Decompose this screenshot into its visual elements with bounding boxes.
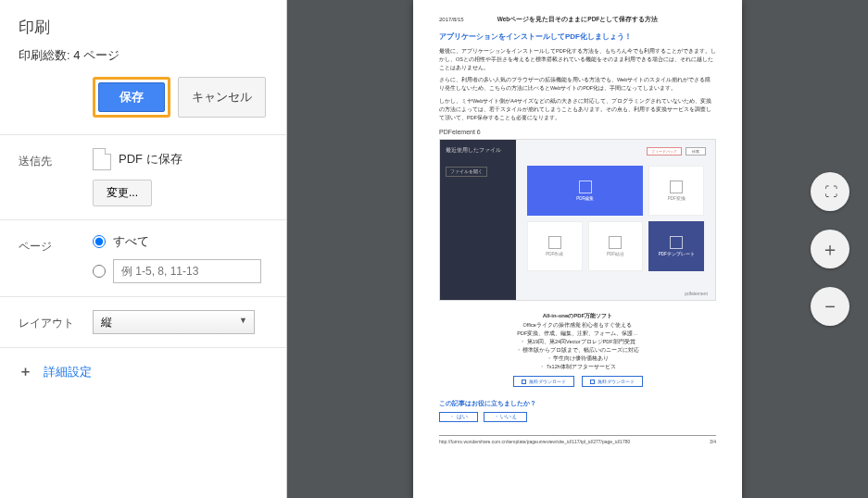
- plus-icon: ＋: [821, 237, 839, 262]
- zoom-in-button[interactable]: ＋: [811, 230, 849, 268]
- page-p1: 最後に、アプリケーションをインストールしてPDF化する方法を、もちろん今でも利用…: [439, 47, 716, 71]
- app-screenshot: 最近使用したファイル ファイルを開く フィードバック 検索 PDF編集 PDF変…: [439, 139, 716, 301]
- app-brand: pdfelement: [685, 291, 708, 296]
- pages-all-radio[interactable]: [93, 235, 106, 248]
- print-panel: 印刷 印刷総数: 4 ページ 保存 キャンセル 送信先 PDF に保存 変更..…: [0, 0, 287, 498]
- page-p2: さらに、利用者の多い人気のブラウザーの拡張機能を用いる方法でも、Webサイトのス…: [439, 76, 716, 93]
- template-icon: [670, 236, 683, 249]
- merge-icon: [609, 236, 622, 249]
- footer-page: 3/4: [710, 439, 716, 444]
- destination-section: 送信先 PDF に保存 変更...: [0, 134, 286, 219]
- app-tag-search: 検索: [686, 147, 706, 156]
- pages-section: ページ すべて: [0, 219, 286, 296]
- minus-icon: −: [824, 296, 836, 317]
- app-main: フィードバック 検索 PDF編集 PDF変換 PDF作成 PDF結合 PDFテン…: [516, 140, 715, 300]
- pages-all-label: すべて: [113, 233, 149, 250]
- feedback-block: この記事はお役に立ちましたか？ ・ はい ・ いいえ: [439, 400, 716, 422]
- save-button[interactable]: 保存: [98, 82, 165, 112]
- promo-bullet3: ・ 学生向け優待価格あり: [439, 355, 716, 362]
- app-sidebar-btn: ファイルを開く: [446, 167, 487, 177]
- save-highlight: 保存: [93, 77, 170, 118]
- cancel-button[interactable]: キャンセル: [178, 77, 266, 118]
- app-tile-template: PDFテンプレート: [648, 221, 704, 271]
- advanced-section[interactable]: ＋ 詳細設定: [0, 347, 286, 395]
- plus-icon: ＋: [19, 363, 32, 380]
- page-h2: アプリケーションをインストールしてPDF化しましょう！: [439, 31, 716, 42]
- app-sidebar: 最近使用したファイル ファイルを開く: [440, 140, 516, 300]
- promo-download-1: 無料ダウンロード: [513, 376, 574, 387]
- promo-line2: PDF変換、作成、編集、注釈、フォーム、保護…: [439, 330, 716, 337]
- change-destination-button[interactable]: 変更...: [93, 180, 152, 206]
- preview-area: 2017/8/15 Webページを見た目そのままにPDFとして保存する方法 アプ…: [287, 0, 868, 498]
- page-footer: http://forms.wondershare.com.cn/template…: [439, 435, 716, 444]
- zoom-out-button[interactable]: −: [811, 287, 849, 326]
- app-tile-merge: PDF結合: [588, 221, 644, 271]
- promo-block: All-in-oneのPDF万能ソフト Officeライクの操作感覚 初心者もす…: [439, 312, 716, 387]
- promo-title: All-in-oneのPDF万能ソフト: [439, 312, 716, 320]
- feedback-question: この記事はお役に立ちましたか？: [439, 400, 716, 408]
- create-icon: [548, 236, 561, 249]
- layout-label: レイアウト: [19, 310, 74, 331]
- page-head-title: Webページを見た目そのままにPDFとして保存する方法: [439, 16, 716, 24]
- pages-range-row[interactable]: [93, 259, 268, 283]
- app-tile-create: PDF作成: [527, 221, 583, 271]
- convert-icon: [670, 181, 683, 193]
- pages-range-input[interactable]: [113, 259, 261, 283]
- pages-label: ページ: [19, 233, 74, 255]
- promo-bullet2: ・ 標準版からプロ版まで、幅広いのニーズに対応: [439, 347, 716, 354]
- advanced-label[interactable]: 詳細設定: [44, 364, 92, 380]
- fit-icon: ⛶: [824, 184, 836, 199]
- zoom-controls: ⛶ ＋ −: [811, 172, 849, 326]
- page-h3: PDFelement 6: [439, 129, 716, 135]
- promo-bullet1: ・ 第19回、第24回VectorプロレジPDF部門受賞: [439, 339, 716, 345]
- panel-subtitle: 印刷総数: 4 ページ: [19, 47, 268, 64]
- app-sidebar-title: 最近使用したファイル: [446, 147, 510, 154]
- feedback-no: ・ いいえ: [484, 412, 528, 422]
- layout-select[interactable]: 縦: [93, 310, 255, 334]
- promo-bullet4: ・ 7x12h体制アフターサービス: [439, 364, 716, 370]
- destination-value: PDF に保存: [119, 151, 182, 168]
- app-tile-edit: PDF編集: [527, 166, 643, 216]
- pdf-icon: [93, 148, 111, 170]
- layout-section: レイアウト 縦: [0, 296, 286, 347]
- download-icon: [522, 380, 526, 384]
- app-tag-feedback: フィードバック: [647, 147, 682, 156]
- app-tile-convert: PDF変換: [648, 166, 704, 216]
- pages-range-radio[interactable]: [93, 265, 106, 278]
- page-p3: しかし、ミヤWebサイト側がA4サイズなどの紙の大きさに対応して、プログラミング…: [439, 97, 716, 121]
- feedback-yes: ・ はい: [439, 412, 478, 422]
- footer-url: http://forms.wondershare.com.cn/template…: [439, 439, 630, 444]
- promo-download-2: 無料ダウンロード: [582, 376, 643, 387]
- fit-button[interactable]: ⛶: [811, 172, 849, 211]
- download-icon: [590, 380, 595, 384]
- panel-title: 印刷: [19, 17, 268, 38]
- promo-line1: Officeライクの操作感覚 初心者もすぐ使える: [439, 322, 716, 329]
- edit-icon: [579, 181, 592, 193]
- preview-page: 2017/8/15 Webページを見た目そのままにPDFとして保存する方法 アプ…: [413, 0, 742, 498]
- pages-all-row[interactable]: すべて: [93, 233, 268, 250]
- destination-label: 送信先: [19, 148, 74, 169]
